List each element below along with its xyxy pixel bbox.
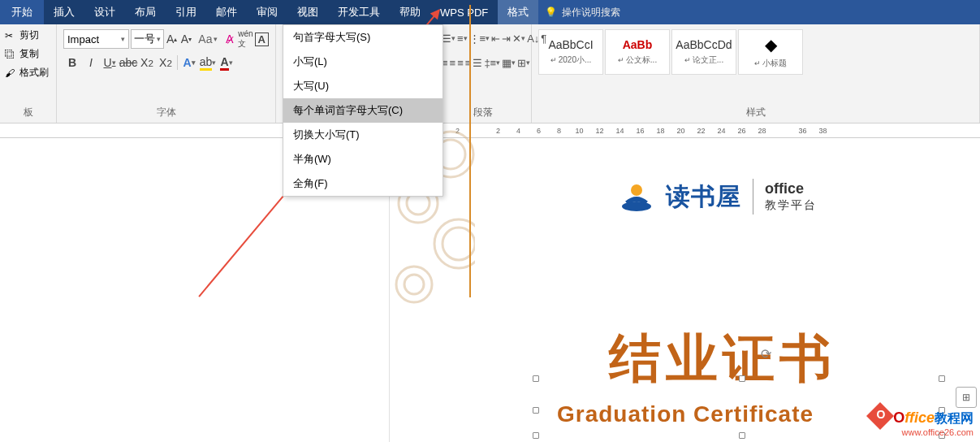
ribbon: ✂剪切 ⿻复制 🖌格式刷 板 Impact▾ 一号▾ A▴ A▾ Aa▾ A̷ … <box>0 24 980 124</box>
phonetic-button[interactable]: wén文 <box>238 30 253 48</box>
styles-label: 样式 <box>535 104 976 121</box>
tab-insert[interactable]: 插入 <box>44 0 84 24</box>
font-name-select[interactable]: Impact▾ <box>63 29 129 49</box>
text-effects-button[interactable]: A▾ <box>180 54 198 72</box>
case-fullwidth[interactable]: 全角(F) <box>283 171 443 196</box>
tab-review[interactable]: 审阅 <box>247 0 287 24</box>
case-uppercase[interactable]: 大写(U) <box>283 74 443 98</box>
clipboard-group: ✂剪切 ⿻复制 🖌格式刷 板 <box>0 24 57 123</box>
tab-devtools[interactable]: 开发工具 <box>328 0 390 24</box>
style-option-3[interactable]: ◆↵ 小标题 <box>738 29 803 75</box>
tab-help[interactable]: 帮助 <box>390 0 430 24</box>
chevron-down-icon: ▾ <box>157 35 161 43</box>
chevron-down-icon: ▾ <box>214 35 218 43</box>
scissors-icon: ✂ <box>5 30 16 41</box>
change-case-menu: 句首字母大写(S) 小写(L) 大写(U) 每个单词首字母大写(C) 切换大小写… <box>283 24 443 197</box>
brush-icon: 🖌 <box>5 67 16 79</box>
certificate-subtitle[interactable]: Graduation Certificate <box>557 401 814 427</box>
watermark-logo-icon <box>866 402 894 430</box>
increase-indent-button[interactable]: ⇥ <box>502 29 511 47</box>
logo-block: 读书屋 office 教学平台 <box>619 179 817 214</box>
office-label-block: office 教学平台 <box>765 180 817 213</box>
chevron-down-icon: ▾ <box>121 35 125 43</box>
clear-format-button[interactable]: A̷ <box>223 30 236 48</box>
clipboard-label: 板 <box>3 104 53 121</box>
shading-button[interactable]: ▦▾ <box>502 54 516 72</box>
case-halfwidth[interactable]: 半角(W) <box>283 147 443 171</box>
style-option-0[interactable]: AaBbCcI↵ 2020小... <box>538 29 603 75</box>
copy-icon: ⿻ <box>5 49 16 60</box>
tab-design[interactable]: 设计 <box>84 0 125 24</box>
change-case-button[interactable]: Aa▾ <box>194 30 222 48</box>
svg-point-8 <box>396 266 432 302</box>
borders-button[interactable]: ⊞▾ <box>517 54 530 72</box>
logo-text: 读书屋 <box>666 180 741 214</box>
subscript-button[interactable]: X2 <box>138 54 156 72</box>
decorative-vertical-line <box>469 5 471 297</box>
divider <box>753 179 753 214</box>
case-lowercase[interactable]: 小写(L) <box>283 50 443 74</box>
increase-font-button[interactable]: A▴ <box>166 30 179 48</box>
tab-mail[interactable]: 邮件 <box>206 0 247 24</box>
watermark: Office教程网 www.office26.com <box>870 403 974 437</box>
tab-view[interactable]: 视图 <box>287 0 328 24</box>
decrease-indent-button[interactable]: ⇤ <box>491 29 500 47</box>
menu-bar: 开始 插入 设计 布局 引用 邮件 审阅 视图 开发工具 帮助 WPS PDF … <box>0 0 980 24</box>
font-size-select[interactable]: 一号▾ <box>131 29 164 49</box>
superscript-button[interactable]: X2 <box>157 54 175 72</box>
svg-point-11 <box>631 184 642 196</box>
line-spacing-button[interactable]: ‡≡▾ <box>484 54 500 72</box>
copy-button[interactable]: ⿻复制 <box>3 45 53 63</box>
font-group: Impact▾ 一号▾ A▴ A▾ Aa▾ A̷ wén文 A B I U▾ a… <box>57 24 276 123</box>
distribute-button[interactable]: ☰ <box>473 54 482 72</box>
tab-start[interactable]: 开始 <box>0 0 44 24</box>
italic-button[interactable]: I <box>82 54 100 72</box>
font-label: 字体 <box>60 104 272 121</box>
char-border-button[interactable]: A <box>255 30 269 48</box>
search-hint-text: 操作说明搜索 <box>562 6 620 20</box>
strikethrough-button[interactable]: abc <box>119 54 137 72</box>
rotate-handle-icon[interactable]: ⟳ <box>761 346 771 362</box>
bold-button[interactable]: B <box>63 54 81 72</box>
watermark-url: www.office26.com <box>870 427 974 437</box>
svg-point-9 <box>404 275 424 294</box>
format-painter-button[interactable]: 🖌格式刷 <box>3 63 53 82</box>
tab-layout[interactable]: 布局 <box>125 0 166 24</box>
lightbulb-icon: 💡 <box>545 6 557 18</box>
svg-point-10 <box>622 202 651 211</box>
decrease-font-button[interactable]: A▾ <box>179 30 192 48</box>
font-color-button[interactable]: A▾ <box>218 54 235 72</box>
highlight-button[interactable]: ab▾ <box>199 54 217 72</box>
style-option-1[interactable]: AaBb↵ 公文标... <box>605 29 670 75</box>
watermark-brand: Office教程网 <box>870 403 974 427</box>
tab-references[interactable]: 引用 <box>166 0 206 24</box>
sort-button[interactable]: A↓ <box>527 29 539 47</box>
bullets-button[interactable]: ☰▾ <box>442 29 455 47</box>
case-toggle[interactable]: 切换大小写(T) <box>283 123 443 147</box>
style-option-2[interactable]: AaBbCcDd↵ 论文正... <box>671 29 736 75</box>
underline-button[interactable]: U▾ <box>101 54 119 72</box>
dushuwu-icon <box>619 180 654 213</box>
tell-me-search[interactable]: 💡 操作说明搜索 <box>545 6 620 20</box>
asian-layout-button[interactable]: ✕▾ <box>512 29 525 47</box>
cut-button[interactable]: ✂剪切 <box>3 26 53 45</box>
show-marks-button[interactable]: ¶ <box>541 29 546 47</box>
numbering-button[interactable]: ≡▾ <box>457 29 468 47</box>
horizontal-ruler[interactable]: 86422468101214161820222426283638 <box>0 124 980 138</box>
multilevel-button[interactable]: ⋮≡▾ <box>469 29 490 47</box>
office-text: office <box>765 180 817 198</box>
office-subtitle: 教学平台 <box>765 198 817 213</box>
case-capitalize-each[interactable]: 每个单词首字母大写(C) <box>283 98 443 123</box>
tab-format[interactable]: 格式 <box>498 0 538 24</box>
align-center-button[interactable]: ≡ <box>450 54 456 72</box>
case-sentence[interactable]: 句首字母大写(S) <box>283 25 443 50</box>
styles-group: AaBbCcI↵ 2020小...AaBb↵ 公文标...AaBbCcDd↵ 论… <box>532 24 980 123</box>
align-right-button[interactable]: ≡ <box>457 54 464 72</box>
